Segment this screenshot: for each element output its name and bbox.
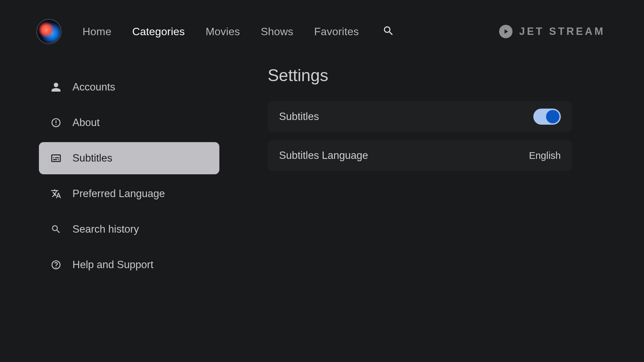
setting-row-subtitles-language[interactable]: Subtitles Language English: [268, 140, 572, 171]
nav-item-shows[interactable]: Shows: [261, 25, 293, 38]
nav-item-home[interactable]: Home: [83, 25, 111, 38]
sidebar-item-accounts[interactable]: Accounts: [39, 71, 219, 103]
top-nav: Home Categories Movies Shows Favorites: [83, 25, 394, 38]
sidebar-item-about[interactable]: About: [39, 107, 219, 139]
setting-row-subtitles[interactable]: Subtitles: [268, 101, 572, 132]
sidebar-item-label: About: [72, 117, 100, 129]
sidebar-item-preferred-language[interactable]: Preferred Language: [39, 178, 219, 210]
nav-item-movies[interactable]: Movies: [206, 25, 240, 38]
sidebar-item-help[interactable]: Help and Support: [39, 249, 219, 281]
subtitles-toggle[interactable]: [533, 109, 561, 125]
help-icon: [50, 259, 62, 270]
setting-label: Subtitles: [279, 111, 319, 123]
subtitles-icon: [50, 153, 62, 164]
sidebar-item-subtitles[interactable]: Subtitles: [39, 142, 219, 174]
sidebar-item-label: Help and Support: [72, 259, 153, 271]
sidebar-item-label: Search history: [72, 223, 139, 235]
brand-name: JET STREAM: [519, 25, 605, 38]
page-title: Settings: [268, 66, 572, 85]
search-button[interactable]: [382, 25, 394, 38]
search-icon: [50, 224, 62, 235]
nav-item-favorites[interactable]: Favorites: [314, 25, 359, 38]
settings-sidebar: Accounts About Subtitles Preferred Langu…: [39, 71, 219, 284]
sidebar-item-label: Subtitles: [72, 152, 112, 164]
settings-panel: Settings Subtitles Subtitles Language En…: [268, 66, 572, 179]
setting-value: English: [529, 150, 561, 161]
sidebar-item-label: Preferred Language: [72, 188, 165, 200]
translate-icon: [50, 188, 62, 199]
brand-play-icon: [499, 25, 513, 38]
topbar: Home Categories Movies Shows Favorites J…: [36, 18, 605, 45]
search-icon: [382, 25, 394, 38]
person-icon: [50, 81, 62, 93]
info-icon: [50, 117, 62, 128]
sidebar-item-label: Accounts: [72, 81, 115, 93]
sidebar-item-search-history[interactable]: Search history: [39, 213, 219, 245]
avatar[interactable]: [36, 19, 62, 44]
nav-item-categories[interactable]: Categories: [132, 25, 185, 38]
setting-label: Subtitles Language: [279, 149, 368, 162]
brand: JET STREAM: [499, 25, 605, 38]
toggle-knob: [546, 110, 559, 123]
